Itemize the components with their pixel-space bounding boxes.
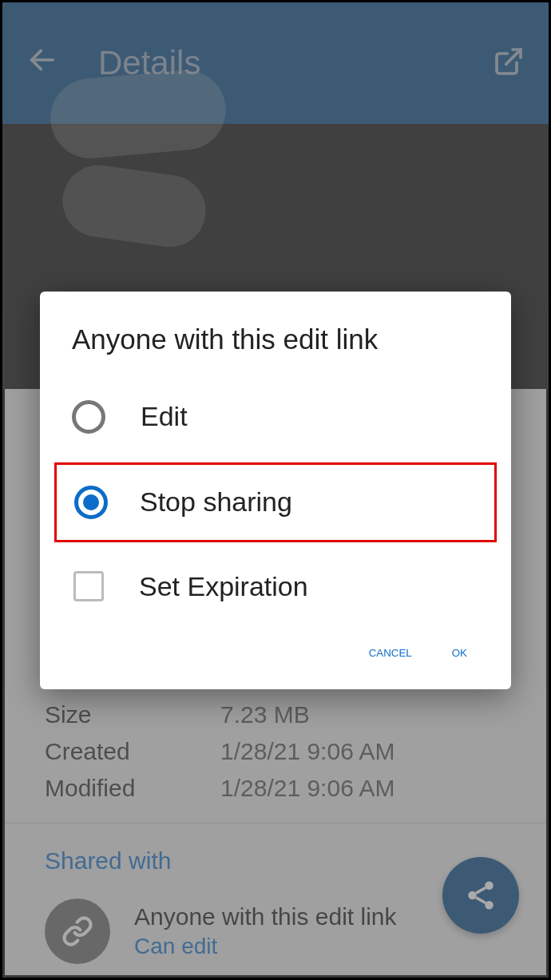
option-stop-sharing[interactable]: Stop sharing: [54, 462, 497, 542]
radio-selected-icon: [74, 486, 108, 519]
dialog-title: Anyone with this edit link: [40, 323, 511, 379]
option-edit[interactable]: Edit: [40, 379, 511, 454]
cancel-button[interactable]: CANCEL: [369, 647, 412, 659]
option-label: Set Expiration: [139, 571, 308, 602]
checkbox-unchecked-icon: [73, 571, 104, 601]
dialog-actions: CANCEL OK: [40, 623, 511, 673]
share-link-dialog: Anyone with this edit link Edit Stop sha…: [40, 292, 511, 689]
option-label: Stop sharing: [140, 486, 292, 518]
radio-unselected-icon: [72, 400, 105, 434]
option-set-expiration[interactable]: Set Expiration: [40, 550, 511, 623]
option-label: Edit: [141, 401, 188, 432]
ok-button[interactable]: OK: [452, 647, 467, 659]
modal-overlay: Anyone with this edit link Edit Stop sha…: [2, 2, 549, 978]
